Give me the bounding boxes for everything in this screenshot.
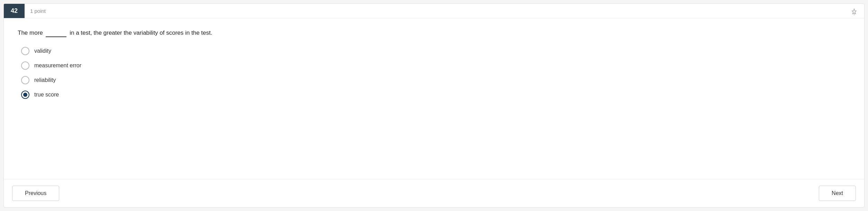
option-measurement-error[interactable]: measurement error	[21, 61, 850, 70]
question-text: The more in a test, the greater the vari…	[18, 29, 850, 37]
option-validity[interactable]: validity	[21, 47, 850, 55]
card-footer: Previous Next	[4, 179, 864, 207]
previous-button[interactable]: Previous	[12, 186, 59, 201]
radio-true-score[interactable]	[21, 91, 29, 99]
radio-inner-true-score	[23, 93, 27, 97]
radio-measurement-error[interactable]	[21, 61, 29, 70]
radio-validity[interactable]	[21, 47, 29, 55]
option-label-measurement-error: measurement error	[34, 62, 81, 69]
question-text-after: in a test, the greater the variability o…	[70, 29, 212, 36]
blank	[46, 29, 66, 37]
option-reliability[interactable]: reliability	[21, 76, 850, 84]
question-points: 1 point	[25, 8, 46, 14]
radio-reliability[interactable]	[21, 76, 29, 84]
question-header: 42 1 point	[4, 4, 864, 18]
option-label-reliability: reliability	[34, 77, 56, 83]
option-true-score[interactable]: true score	[21, 91, 850, 99]
question-number: 42	[4, 4, 25, 18]
next-button[interactable]: Next	[819, 186, 856, 201]
pin-icon-wrapper	[850, 8, 858, 17]
option-label-true-score: true score	[34, 92, 59, 98]
question-text-before: The more	[18, 29, 43, 36]
question-card: 42 1 point The more in a test, the great…	[3, 3, 865, 208]
pin-icon	[850, 8, 858, 16]
option-label-validity: validity	[34, 48, 51, 54]
question-body: The more in a test, the greater the vari…	[4, 18, 864, 179]
options-list: validity measurement error reliability t…	[18, 47, 850, 99]
